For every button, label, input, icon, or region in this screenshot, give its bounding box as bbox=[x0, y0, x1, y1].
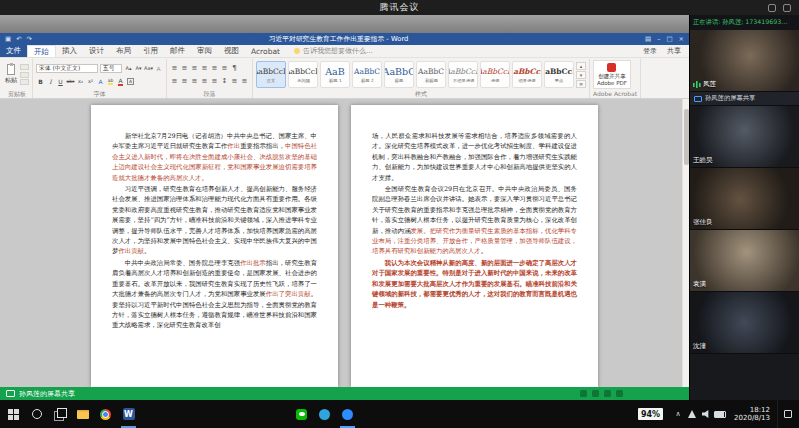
shading-icon[interactable] bbox=[230, 76, 239, 86]
battery-icon[interactable] bbox=[713, 400, 727, 428]
doc-page-1[interactable]: 新华社北京7月29日电（记者胡浩）中共中央总书记、国家主席、中央军委主席习近平近… bbox=[91, 105, 338, 387]
style-chip-强调[interactable]: AaBbCcD强调 bbox=[480, 61, 510, 88]
style-chip-要点[interactable]: AaBbCcD要点 bbox=[544, 61, 574, 88]
bold-icon[interactable] bbox=[36, 76, 45, 86]
style-chip-正文[interactable]: AaBbCcD正文 bbox=[256, 61, 286, 88]
style-chip-明显强调[interactable]: AaBbCcD明显强调 bbox=[512, 61, 542, 88]
numbering-icon[interactable] bbox=[180, 63, 189, 73]
clear-format-icon[interactable] bbox=[154, 63, 163, 73]
gallery-up-icon[interactable] bbox=[576, 62, 586, 70]
banner-members-icon[interactable] bbox=[604, 390, 611, 397]
show-marks-icon[interactable] bbox=[230, 63, 239, 73]
italic-icon[interactable] bbox=[46, 76, 55, 86]
maximize-icon[interactable] bbox=[666, 36, 672, 43]
grow-font-icon[interactable] bbox=[124, 63, 133, 73]
participant-video-王皓昊[interactable]: 王皓昊 bbox=[690, 106, 799, 168]
gallery-more-icon[interactable] bbox=[576, 80, 586, 88]
hidden-icons-chevron[interactable] bbox=[671, 400, 685, 428]
menu-tab-审阅[interactable]: 审阅 bbox=[191, 45, 218, 57]
search-button[interactable] bbox=[25, 400, 48, 428]
redo-icon[interactable] bbox=[27, 36, 32, 43]
highlight-color-icon[interactable] bbox=[106, 76, 115, 86]
network-icon[interactable] bbox=[685, 400, 699, 428]
document-scrollbar[interactable] bbox=[682, 99, 689, 387]
banner-audio-icon[interactable] bbox=[580, 390, 587, 397]
distribute-icon[interactable] bbox=[210, 76, 219, 86]
wechat-icon[interactable] bbox=[290, 400, 313, 428]
line-spacing-icon[interactable] bbox=[220, 76, 229, 86]
style-chip-不明显强调[interactable]: AaBbCcD不明显强调 bbox=[448, 61, 478, 88]
chrome-icon[interactable] bbox=[94, 400, 117, 428]
copy-icon[interactable] bbox=[20, 72, 29, 78]
menu-tab-文件[interactable]: 文件 bbox=[0, 45, 27, 57]
qq-icon[interactable] bbox=[313, 400, 336, 428]
borders-icon[interactable] bbox=[240, 76, 249, 86]
participant-video-张佳良[interactable]: 张佳良 bbox=[690, 168, 799, 230]
layout-switch-icon[interactable] bbox=[768, 4, 776, 12]
tell-me-box[interactable]: 告诉我您想要做什么... bbox=[286, 45, 381, 57]
menu-tab-开始[interactable]: 开始 bbox=[27, 45, 56, 57]
action-center-button[interactable] bbox=[777, 400, 797, 428]
menu-tab-视图[interactable]: 视图 bbox=[218, 45, 245, 57]
participant-video-沈潼[interactable]: 沈潼 bbox=[690, 292, 799, 354]
word-app-icon[interactable] bbox=[117, 400, 140, 428]
gallery-down-icon[interactable] bbox=[576, 71, 586, 79]
meeting-title-bar: 腾讯会议 bbox=[0, 0, 799, 15]
share-button[interactable]: 共享 bbox=[667, 46, 681, 56]
change-case-icon[interactable] bbox=[144, 63, 153, 73]
align-left-icon[interactable] bbox=[170, 76, 179, 86]
folder-icon[interactable] bbox=[71, 400, 94, 428]
font-name-select[interactable]: 宋体 (中文正文) bbox=[36, 64, 98, 73]
menu-tab-布局[interactable]: 布局 bbox=[110, 45, 137, 57]
style-chip-标题[interactable]: AaBbC标题 bbox=[384, 61, 414, 88]
style-chip-标题 1[interactable]: AaB标题 1 bbox=[320, 61, 350, 88]
paste-button[interactable]: 粘贴 bbox=[5, 64, 17, 85]
shrink-font-icon[interactable] bbox=[134, 63, 143, 73]
banner-camera-icon[interactable] bbox=[592, 390, 599, 397]
menu-tab-设计[interactable]: 设计 bbox=[83, 45, 110, 57]
scrollbar-thumb[interactable] bbox=[684, 109, 689, 165]
volume-icon[interactable] bbox=[699, 400, 713, 428]
exit-fullscreen-icon[interactable] bbox=[783, 4, 791, 12]
save-icon[interactable] bbox=[5, 36, 11, 43]
char-border-icon[interactable] bbox=[126, 76, 135, 86]
menu-tab-引用[interactable]: 引用 bbox=[137, 45, 164, 57]
superscript-icon[interactable] bbox=[86, 76, 95, 86]
sign-in-button[interactable]: 登录 bbox=[643, 46, 657, 56]
underline-icon[interactable] bbox=[56, 76, 65, 86]
decrease-indent-icon[interactable] bbox=[200, 63, 209, 73]
doc-page-2[interactable]: 场，人民群众需求和科技发展等需求相结合，培养适应多领域需要的人才。深化研究生培养… bbox=[351, 105, 598, 387]
format-painter-icon[interactable] bbox=[20, 79, 29, 85]
font-color-icon[interactable] bbox=[116, 76, 125, 86]
start-button[interactable] bbox=[2, 400, 25, 428]
font-size-select[interactable]: 五号 bbox=[100, 64, 122, 73]
participant-video-袁满[interactable]: 袁满 bbox=[690, 230, 799, 292]
menu-tab-Acrobat[interactable]: Acrobat bbox=[245, 45, 286, 57]
task-view-button[interactable] bbox=[48, 400, 71, 428]
minimize-icon[interactable] bbox=[657, 36, 660, 43]
menu-tab-邮件[interactable]: 邮件 bbox=[164, 45, 191, 57]
ribbon-display-icon[interactable] bbox=[645, 36, 651, 43]
justify-icon[interactable] bbox=[200, 76, 209, 86]
style-chip-无间隔[interactable]: AaBbCcD无间隔 bbox=[288, 61, 318, 88]
strikethrough-icon[interactable] bbox=[66, 76, 75, 86]
bullets-icon[interactable] bbox=[170, 63, 179, 73]
subscript-icon[interactable] bbox=[76, 76, 85, 86]
meeting-app-icon[interactable] bbox=[336, 400, 359, 428]
banner-more-icon[interactable] bbox=[616, 390, 623, 397]
menu-tab-插入[interactable]: 插入 bbox=[56, 45, 83, 57]
text-effects-icon[interactable] bbox=[96, 76, 105, 86]
create-pdf-button[interactable]: 创建并共享 Adobe PDF bbox=[593, 60, 631, 89]
cut-icon[interactable] bbox=[20, 64, 29, 70]
multilevel-list-icon[interactable] bbox=[190, 63, 199, 73]
align-center-icon[interactable] bbox=[180, 76, 189, 86]
participant-video-凤莲[interactable]: 凤莲 bbox=[690, 30, 799, 92]
style-chip-标题 2[interactable]: AaBbC标题 2 bbox=[352, 61, 382, 88]
close-icon[interactable] bbox=[679, 36, 684, 43]
sort-icon[interactable] bbox=[220, 63, 229, 73]
taskbar-clock[interactable]: 18:12 2020/8/13 bbox=[734, 406, 770, 423]
style-chip-副标题[interactable]: AaBbC副标题 bbox=[416, 61, 446, 88]
increase-indent-icon[interactable] bbox=[210, 63, 219, 73]
align-right-icon[interactable] bbox=[190, 76, 199, 86]
undo-icon[interactable] bbox=[16, 36, 21, 43]
